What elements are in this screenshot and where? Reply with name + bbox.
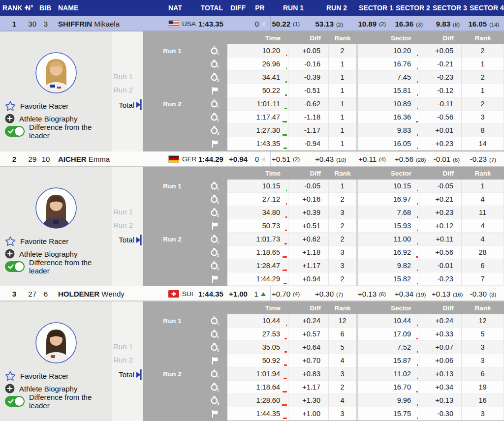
time-rank-cell: 2	[329, 193, 356, 206]
col-rank: Rank	[329, 34, 356, 42]
difference-from-leader[interactable]: Difference from the leader	[0, 125, 112, 138]
total-time: 1:44.29	[196, 155, 227, 163]
result-row-holdener[interactable]: 3 27 6 HOLDENER Wendy SUI 1:44.35 +1.00 …	[0, 286, 504, 301]
flag-usa-icon	[168, 20, 179, 28]
sector-diff-cell: +0.06	[419, 354, 462, 367]
stopwatch-1-icon: 1	[202, 233, 227, 246]
column-rank[interactable]: RANK	[0, 4, 24, 12]
time-cell: 1:18.65	[227, 246, 288, 259]
sector-row: 31:28.47+1.1739.82-0.016	[143, 259, 504, 272]
column-sector2[interactable]: SECTOR 2	[394, 4, 431, 12]
column-sector3[interactable]: SECTOR 3	[431, 4, 468, 12]
run-label	[143, 328, 202, 341]
column-diff[interactable]: DIFF	[227, 4, 250, 12]
sector-rank-cell: 1	[462, 84, 504, 97]
time-cell: 1:17.47	[227, 111, 288, 124]
tab-total[interactable]: Total	[119, 99, 143, 111]
athlete-avatar[interactable]	[35, 52, 77, 93]
toggle-on-icon[interactable]	[5, 396, 25, 407]
racer-name: HOLDENER Wendy	[54, 290, 166, 298]
time-rank-cell: 1	[329, 84, 356, 97]
sector-time-cell: 16.97	[358, 193, 419, 206]
sector-table-header: Time Diff Rank Sector Diff Rank	[143, 31, 504, 44]
athlete-panel: Favorite Racer Athlete Biography Differe…	[0, 301, 112, 421]
column-total[interactable]: TOTAL	[196, 4, 227, 12]
sector-table: Time Diff Rank Sector Diff Rank Run 1110…	[143, 167, 504, 286]
difference-from-leader[interactable]: Difference from the leader	[0, 260, 112, 273]
sector-rank-cell: 5	[462, 328, 504, 341]
sector-diff-cell: +0.23	[419, 206, 462, 219]
run-label	[143, 58, 202, 71]
favorite-racer[interactable]: Favorite Racer	[0, 369, 112, 382]
athlete-avatar[interactable]	[35, 187, 77, 229]
column-bib[interactable]: BIB	[37, 4, 54, 12]
time-diff-cell: -0.39	[288, 71, 329, 84]
finish-flag-icon	[202, 407, 227, 421]
diff-bar	[283, 256, 287, 258]
time-rank-cell: 1	[329, 71, 356, 84]
sector-diff-cell: -0.05	[419, 180, 462, 193]
time-cell: 10.20	[227, 44, 288, 58]
col-time: Time	[227, 170, 288, 177]
diff-bar	[285, 94, 287, 96]
diff-bar	[286, 325, 287, 326]
stopwatch-2-icon: 2	[202, 58, 227, 71]
column-number[interactable]: N°	[24, 4, 37, 12]
time-rank-cell: 1	[329, 137, 356, 150]
sector-diff-cell: +0.12	[419, 219, 462, 233]
finish-flag-icon	[202, 354, 227, 367]
time-diff-cell: +0.94	[288, 272, 329, 286]
plus-circle-icon	[5, 384, 15, 393]
column-nat[interactable]: NAT	[166, 4, 196, 12]
column-pr[interactable]: PR	[250, 4, 270, 12]
time-diff-cell: -0.51	[288, 84, 329, 97]
athlete-avatar[interactable]	[35, 322, 77, 363]
tab-total[interactable]: Total	[119, 369, 143, 381]
tab-run1[interactable]: Run 1	[113, 72, 143, 81]
sector-row: 50.22-0.51115.81-0.121	[143, 84, 504, 97]
tab-run1[interactable]: Run 1	[113, 342, 143, 351]
column-sector4[interactable]: SECTOR 4	[468, 4, 504, 12]
stopwatch-3-icon: 3	[202, 394, 227, 407]
col-diff: Diff	[288, 34, 329, 42]
time-rank-cell: 1	[329, 180, 356, 193]
column-sector1[interactable]: SECTOR 1	[357, 4, 394, 12]
difference-from-leader[interactable]: Difference from the leader	[0, 395, 112, 408]
sector-row: Run 211:01.73+0.62211.00+0.114	[143, 233, 504, 246]
column-run2[interactable]: RUN 2	[314, 4, 357, 12]
result-row-aicher[interactable]: 2 29 10 AICHER Emma GER 1:44.29 +0.94 0 …	[0, 151, 504, 167]
diff-bar	[417, 364, 418, 366]
tab-run2[interactable]: Run 2	[113, 356, 143, 364]
favorite-racer[interactable]: Favorite Racer	[0, 235, 112, 247]
sector-rank-cell: 28	[462, 246, 504, 259]
tab-run2[interactable]: Run 2	[113, 221, 143, 229]
time-rank-cell: 2	[329, 219, 356, 233]
racer-name: AICHER Emma	[54, 155, 166, 163]
view-selector: Run 1 Run 2 Total	[112, 31, 143, 151]
tab-run2[interactable]: Run 2	[113, 86, 143, 94]
toggle-on-icon[interactable]	[5, 261, 25, 272]
nationality: USA	[166, 20, 196, 28]
diff-bar	[416, 121, 418, 122]
detail-panel-shiffrin: Favorite Racer Athlete Biography Differe…	[0, 31, 504, 151]
sector-rank-cell: 1	[462, 180, 504, 193]
sector-time-cell: 7.52	[358, 341, 419, 354]
toggle-on-icon[interactable]	[5, 126, 25, 137]
col-sector-rank: Rank	[462, 304, 504, 312]
time-cell: 1:01.11	[227, 97, 288, 111]
stopwatch-1-icon: 1	[202, 44, 227, 58]
biography-label: Athlete Biography	[19, 250, 77, 258]
sector-time-cell: 16.05	[358, 137, 419, 150]
run-label: Run 1	[143, 314, 202, 328]
result-row-shiffrin[interactable]: 1 30 3 SHIFFRIN Mikaela USA 1:43.35 0 50…	[0, 16, 504, 31]
selected-marker-icon	[136, 369, 142, 381]
favorite-label: Favorite Racer	[20, 237, 68, 245]
diff-bar	[286, 68, 287, 69]
tab-total[interactable]: Total	[119, 234, 143, 246]
favorite-racer[interactable]: Favorite Racer	[0, 99, 112, 112]
column-name[interactable]: NAME	[54, 4, 166, 12]
tab-run1[interactable]: Run 1	[113, 208, 143, 216]
run-label	[143, 394, 202, 407]
diff-bar	[417, 404, 418, 406]
column-run1[interactable]: RUN 1	[270, 4, 314, 12]
